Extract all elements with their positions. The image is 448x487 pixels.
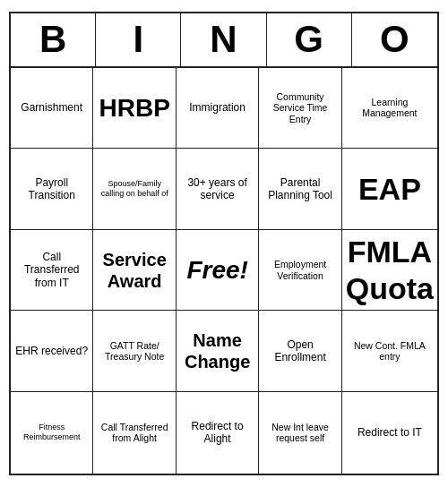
cell-r1c4: Community Service Time Entry — [259, 68, 341, 150]
bingo-header: BINGO — [11, 13, 437, 67]
cell-text-r1c3: Immigration — [189, 101, 246, 114]
cell-text-r1c1: Garnishment — [21, 101, 82, 114]
cell-text-r5c3: Redirect to Alight — [180, 420, 254, 446]
cell-r5c3: Redirect to Alight — [177, 392, 259, 474]
cell-r1c1: Garnishment — [11, 68, 93, 150]
cell-text-r3c3: Free! — [186, 255, 247, 286]
cell-r3c5: FMLA Quota — [342, 230, 437, 312]
cell-text-r2c1: Payroll Transition — [14, 176, 89, 202]
cell-text-r2c3: 30+ years of service — [180, 176, 254, 202]
cell-text-r1c5: Learning Management — [346, 97, 434, 119]
bingo-letter-i: I — [96, 13, 181, 65]
cell-text-r4c3: Name Change — [180, 329, 254, 372]
cell-text-r2c2: Spouse/Family calling on behalf of — [97, 179, 171, 199]
cell-text-r5c1: Fitness Reimbursement — [14, 423, 89, 442]
cell-text-r4c5: New Cont. FMLA entry — [346, 340, 434, 363]
cell-r2c5: EAP — [342, 149, 437, 230]
cell-r3c4: Employment Verification — [259, 230, 341, 312]
cell-r2c3: 30+ years of service — [177, 149, 259, 230]
cell-text-r3c4: Employment Verification — [263, 259, 337, 281]
cell-text-r4c2: GATT Rate/ Treasury Note — [97, 340, 171, 363]
cell-r2c1: Payroll Transition — [11, 149, 93, 230]
cell-r2c2: Spouse/Family calling on behalf of — [93, 149, 176, 230]
cell-r1c2: HRBP — [93, 68, 176, 150]
cell-text-r4c1: EHR received? — [15, 345, 88, 357]
cell-text-r5c5: Redirect to IT — [358, 426, 422, 439]
cell-r2c4: Parental Planning Tool — [259, 149, 341, 230]
cell-r5c2: Call Transferred from Alight — [93, 392, 176, 474]
cell-r3c2: Service Award — [93, 230, 176, 312]
bingo-letter-n: N — [181, 13, 266, 65]
cell-r3c3: Free! — [177, 230, 259, 312]
bingo-letter-o: O — [352, 13, 437, 65]
cell-text-r3c1: Call Transferred from IT — [14, 251, 89, 289]
cell-r1c3: Immigration — [177, 68, 259, 150]
cell-r4c5: New Cont. FMLA entry — [342, 311, 437, 392]
cell-r4c4: Open Enrollment — [259, 311, 341, 392]
cell-text-r4c4: Open Enrollment — [263, 338, 337, 364]
cell-text-r1c2: HRBP — [99, 93, 169, 124]
cell-r3c1: Call Transferred from IT — [11, 230, 93, 312]
cell-text-r5c4: New Int leave request self — [263, 422, 337, 444]
cell-r4c3: Name Change — [177, 311, 259, 392]
bingo-card: BINGO GarnishmentHRBPImmigrationCommunit… — [9, 12, 439, 474]
cell-text-r2c5: EAP — [358, 171, 421, 208]
bingo-letter-b: B — [11, 13, 96, 65]
cell-r4c2: GATT Rate/ Treasury Note — [93, 311, 176, 392]
bingo-grid: GarnishmentHRBPImmigrationCommunity Serv… — [11, 68, 437, 474]
cell-r1c5: Learning Management — [342, 68, 437, 150]
cell-text-r5c2: Call Transferred from Alight — [97, 422, 171, 444]
cell-r4c1: EHR received? — [11, 311, 93, 392]
cell-text-r3c2: Service Award — [97, 249, 171, 292]
cell-text-r3c5: FMLA Quota — [346, 234, 434, 307]
cell-r5c4: New Int leave request self — [259, 392, 341, 474]
cell-r5c5: Redirect to IT — [342, 392, 437, 474]
bingo-letter-g: G — [267, 13, 352, 65]
cell-r5c1: Fitness Reimbursement — [11, 392, 93, 474]
cell-text-r2c4: Parental Planning Tool — [263, 176, 337, 202]
cell-text-r1c4: Community Service Time Entry — [263, 91, 337, 125]
